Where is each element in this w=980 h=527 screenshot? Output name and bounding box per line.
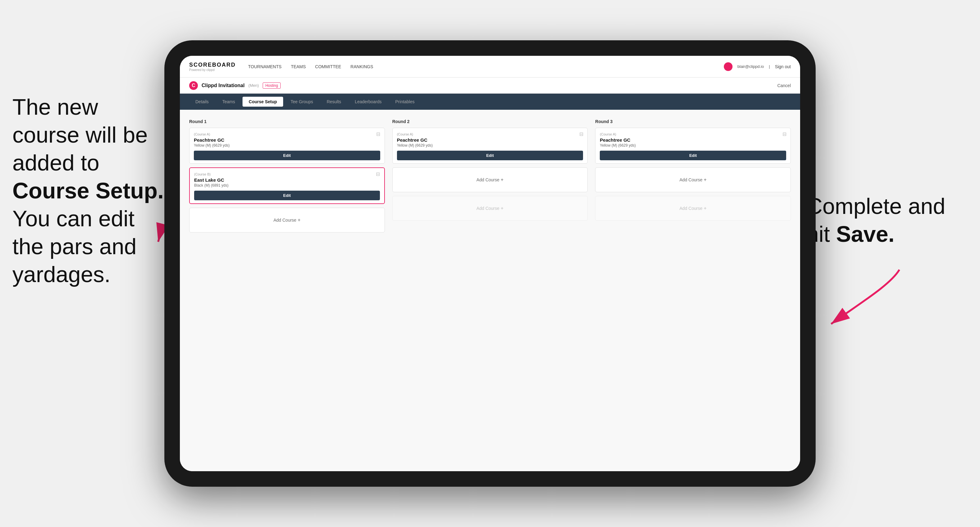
tab-bar: Details Teams Course Setup Tee Groups Re… bbox=[180, 94, 800, 110]
add-course-r2-box-1[interactable]: Add Course+ bbox=[392, 167, 588, 192]
powered-by-label: Powered by clippd bbox=[189, 68, 236, 71]
nav-links: TOURNAMENTS TEAMS COMMITTEE RANKINGS bbox=[248, 63, 373, 70]
edit-course-a-r2-button[interactable]: Edit bbox=[397, 151, 583, 160]
add-course-r3-box-2: Add Course+ bbox=[595, 196, 791, 221]
sign-out-button[interactable]: Sign out bbox=[775, 63, 791, 70]
round-1-column: Round 1 ⊟ (Course A) Peachtree GC Yellow… bbox=[189, 119, 385, 236]
course-a-r1-tag: (Course A) bbox=[194, 132, 380, 136]
round1-course-a-card: ⊟ (Course A) Peachtree GC Yellow (M) (66… bbox=[189, 128, 385, 163]
course-b-r1-name: East Lake GC bbox=[194, 177, 380, 183]
add-course-r2-box-2: Add Course+ bbox=[392, 196, 588, 221]
tablet-screen: SCOREBOARD Powered by clippd TOURNAMENTS… bbox=[180, 56, 800, 471]
tournament-bar: C Clippd Invitational (Men) Hosting Canc… bbox=[180, 78, 800, 94]
user-email: blair@clippd.io bbox=[738, 64, 764, 69]
course-a-r2-tag: (Course A) bbox=[397, 132, 583, 136]
tab-results[interactable]: Results bbox=[320, 97, 347, 106]
add-course-r1-label: Add Course+ bbox=[274, 217, 301, 223]
tournament-info: C Clippd Invitational (Men) Hosting bbox=[189, 81, 281, 90]
delete-course-a-r1-icon[interactable]: ⊟ bbox=[375, 131, 382, 137]
tab-course-setup[interactable]: Course Setup bbox=[242, 97, 283, 106]
nav-rankings[interactable]: RANKINGS bbox=[350, 63, 373, 70]
tab-teams[interactable]: Teams bbox=[216, 97, 241, 106]
delete-course-a-r2-icon[interactable]: ⊟ bbox=[578, 131, 584, 137]
round2-course-a-card: ⊟ (Course A) Peachtree GC Yellow (M) (66… bbox=[392, 128, 588, 163]
add-course-r3-label-2: Add Course+ bbox=[679, 206, 706, 211]
add-course-r2-label-2: Add Course+ bbox=[476, 206, 503, 211]
tournament-gender: (Men) bbox=[248, 83, 259, 88]
sign-out-separator: | bbox=[769, 64, 770, 69]
round-3-column: Round 3 ⊟ (Course A) Peachtree GC Yellow… bbox=[595, 119, 791, 236]
add-course-r2-label-1: Add Course+ bbox=[476, 177, 503, 183]
cancel-button[interactable]: Cancel bbox=[777, 83, 791, 88]
plus-icon-r1: + bbox=[298, 217, 301, 222]
delete-course-a-r3-icon[interactable]: ⊟ bbox=[781, 131, 788, 137]
add-course-r3-label-1: Add Course+ bbox=[679, 177, 706, 183]
nav-right: blair@clippd.io | Sign out bbox=[724, 62, 791, 71]
top-nav: SCOREBOARD Powered by clippd TOURNAMENTS… bbox=[180, 56, 800, 78]
tablet-frame: SCOREBOARD Powered by clippd TOURNAMENTS… bbox=[164, 40, 816, 487]
user-avatar bbox=[724, 62, 732, 71]
tournament-name: Clippd Invitational bbox=[202, 83, 245, 88]
course-a-r1-name: Peachtree GC bbox=[194, 137, 380, 143]
tab-tee-groups[interactable]: Tee Groups bbox=[285, 97, 319, 106]
course-a-r3-name: Peachtree GC bbox=[600, 137, 786, 143]
add-course-r1-box[interactable]: Add Course+ bbox=[189, 208, 385, 232]
plus-icon-r3-1: + bbox=[704, 177, 706, 182]
round1-course-b-card: ⊟ (Course B) East Lake GC Black (M) (689… bbox=[189, 167, 385, 204]
clippd-logo-icon: C bbox=[189, 81, 198, 90]
nav-committee[interactable]: COMMITTEE bbox=[315, 63, 341, 70]
scoreboard-logo: SCOREBOARD Powered by clippd bbox=[189, 62, 236, 71]
round-3-label: Round 3 bbox=[595, 119, 791, 124]
tab-printables[interactable]: Printables bbox=[389, 97, 421, 106]
round-2-column: Round 2 ⊟ (Course A) Peachtree GC Yellow… bbox=[392, 119, 588, 236]
plus-icon-r3-2: + bbox=[704, 206, 706, 211]
main-content: Round 1 ⊟ (Course A) Peachtree GC Yellow… bbox=[180, 110, 800, 471]
tab-leaderboards[interactable]: Leaderboards bbox=[348, 97, 388, 106]
course-a-r3-tag: (Course A) bbox=[600, 132, 786, 136]
rounds-grid: Round 1 ⊟ (Course A) Peachtree GC Yellow… bbox=[189, 119, 791, 236]
course-a-r3-detail: Yellow (M) (6629 yds) bbox=[600, 143, 786, 148]
edit-course-b-r1-button[interactable]: Edit bbox=[194, 190, 380, 200]
brand-title: SCOREBOARD bbox=[189, 62, 236, 68]
course-b-r1-detail: Black (M) (6891 yds) bbox=[194, 183, 380, 187]
course-a-r2-name: Peachtree GC bbox=[397, 137, 583, 143]
nav-tournaments[interactable]: TOURNAMENTS bbox=[248, 63, 282, 70]
add-course-r3-box-1[interactable]: Add Course+ bbox=[595, 167, 791, 192]
round3-course-a-card: ⊟ (Course A) Peachtree GC Yellow (M) (66… bbox=[595, 128, 791, 163]
course-b-r1-tag: (Course B) bbox=[194, 172, 380, 176]
round-2-label: Round 2 bbox=[392, 119, 588, 124]
arrow-right-icon bbox=[822, 267, 909, 329]
edit-course-a-r1-button[interactable]: Edit bbox=[194, 151, 380, 160]
delete-course-b-r1-icon[interactable]: ⊟ bbox=[375, 171, 381, 177]
tab-details[interactable]: Details bbox=[189, 97, 215, 106]
round-1-label: Round 1 bbox=[189, 119, 385, 124]
plus-icon-r2-2: + bbox=[501, 206, 503, 211]
edit-course-a-r3-button[interactable]: Edit bbox=[600, 151, 786, 160]
course-a-r1-detail: Yellow (M) (6629 yds) bbox=[194, 143, 380, 148]
nav-left: SCOREBOARD Powered by clippd TOURNAMENTS… bbox=[189, 62, 373, 71]
course-a-r2-detail: Yellow (M) (6629 yds) bbox=[397, 143, 583, 148]
hosting-badge: Hosting bbox=[262, 83, 281, 89]
annotation-right: Complete and hit Save. bbox=[806, 192, 961, 248]
nav-teams[interactable]: TEAMS bbox=[291, 63, 306, 70]
plus-icon-r2-1: + bbox=[501, 177, 503, 182]
